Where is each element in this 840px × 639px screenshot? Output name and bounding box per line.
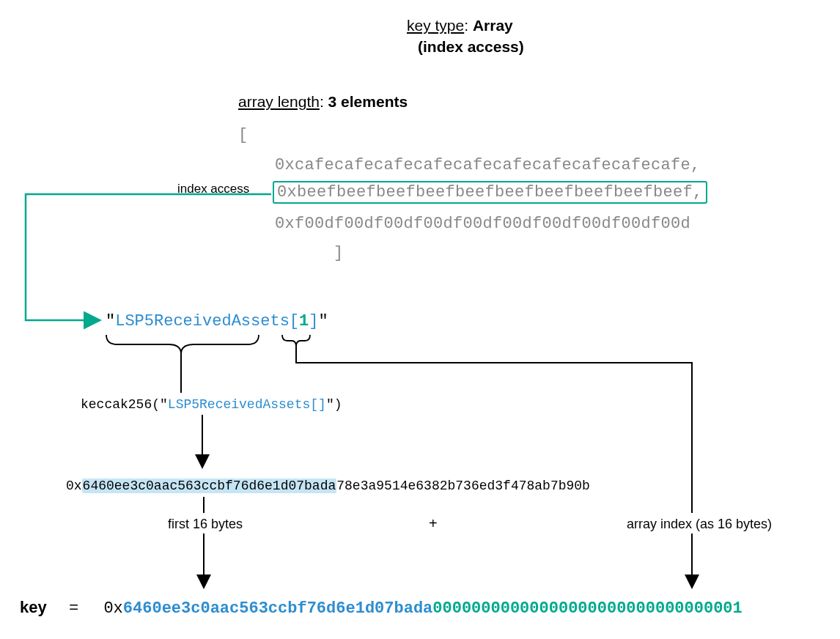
array-close-bracket: ] <box>334 244 343 262</box>
plus-label: + <box>429 515 438 532</box>
index-access-label: index access <box>177 182 249 196</box>
key-expression: "LSP5ReceivedAssets[1]" <box>106 312 328 330</box>
final-key-equals: = <box>69 599 78 618</box>
array-item-0: 0xcafecafecafecafecafecafecafecafecafeca… <box>275 156 701 174</box>
array-item-2: 0xf00df00df00df00df00df00df00df00df00df0… <box>275 215 690 233</box>
array-index-label: array index (as 16 bytes) <box>627 517 772 532</box>
key-close-part: ] <box>309 312 318 330</box>
key-type-value: Array <box>473 17 513 34</box>
array-open-bracket: [ <box>238 126 248 144</box>
hash-prefix: 0x <box>66 479 82 493</box>
keccak-line: keccak256("LSP5ReceivedAssets[]") <box>81 397 342 412</box>
final-key-prefix: 0x <box>103 599 122 618</box>
array-item-1-wrapper: 0xbeefbeefbeefbeefbeefbeefbeefbeefbeefbe… <box>273 183 707 202</box>
index-access-note: (index access) <box>418 38 524 56</box>
array-length-label: array length <box>238 93 320 110</box>
keccak-prefix: keccak256(" <box>81 397 168 412</box>
key-type-line: key type: Array <box>407 17 513 34</box>
key-type-label: key type <box>407 17 464 34</box>
final-key-label: key <box>20 598 47 616</box>
final-key-blue: 6460ee3c0aac563ccbf76d6e1d07bada <box>123 599 432 618</box>
array-item-1: 0xbeefbeefbeefbeefbeefbeefbeefbeefbeefbe… <box>273 181 707 204</box>
final-key-row: key = 0x6460ee3c0aac563ccbf76d6e1d07bada… <box>20 598 743 618</box>
keccak-suffix: ") <box>326 397 342 412</box>
quote-close: " <box>318 312 328 330</box>
hash-result: 0x6460ee3c0aac563ccbf76d6e1d07bada78e3a9… <box>66 479 590 493</box>
final-key-green: 00000000000000000000000000000001 <box>432 599 742 618</box>
quote-open: " <box>106 312 115 330</box>
diagram-container: key type: Array (index access) array len… <box>0 0 840 639</box>
array-length-value: 3 elements <box>328 93 408 110</box>
key-name-part: LSP5ReceivedAssets[ <box>115 312 299 330</box>
array-length-line: array length: 3 elements <box>238 93 408 111</box>
key-index-part: 1 <box>299 312 309 330</box>
first-16-label: first 16 bytes <box>168 517 243 532</box>
hash-rest: 78e3a9514e6382b736ed3f478ab7b90b <box>336 479 590 493</box>
keccak-name: LSP5ReceivedAssets[] <box>168 397 326 412</box>
hash-highlight: 6460ee3c0aac563ccbf76d6e1d07bada <box>82 479 337 493</box>
